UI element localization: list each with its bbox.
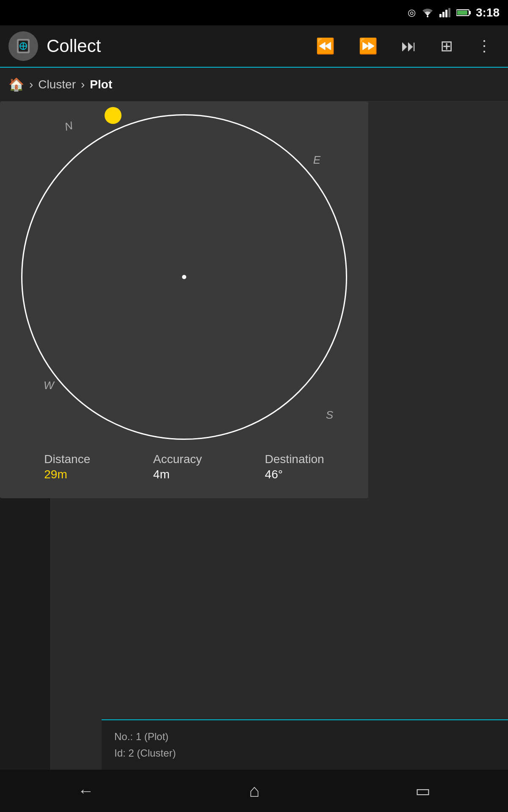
svg-rect-7 [457, 11, 467, 15]
breadcrumb-cluster[interactable]: Cluster [38, 78, 76, 91]
main-content: No. Acc Dat Ima GPS Lan Veg Ow Un Tre GP… [0, 102, 508, 770]
cardinal-e: E [313, 154, 320, 167]
accuracy-label: Accuracy [153, 453, 202, 466]
signal-icon [439, 8, 451, 17]
svg-rect-6 [469, 11, 471, 14]
gps-position-dot [105, 107, 121, 124]
status-bar: ◎ 3:18 [0, 0, 508, 25]
bottom-nav: ← ⌂ ▭ [0, 770, 508, 812]
breadcrumb-sep-2: › [81, 78, 85, 91]
destination-label: Destination [265, 453, 324, 466]
home-button[interactable]: ⌂ [232, 776, 276, 805]
content-area: GPS reading N E S W [51, 102, 508, 770]
svg-rect-1 [439, 14, 442, 17]
skip-forward-button[interactable]: ⏭ [394, 33, 424, 59]
svg-rect-4 [448, 8, 450, 17]
more-button[interactable]: ⋮ [469, 33, 500, 59]
grid-button[interactable]: ⊞ [433, 33, 461, 59]
compass-dialog: N E S W Distance 29m [0, 102, 368, 498]
wifi-icon [421, 8, 434, 17]
bottom-info-bar: No.: 1 (Plot) Id: 2 (Cluster) [102, 719, 508, 770]
cardinal-w: W [44, 379, 54, 392]
accuracy-value: 4m [153, 468, 170, 481]
svg-rect-2 [442, 12, 444, 17]
destination-value: 46° [265, 468, 283, 481]
cluster-info: Id: 2 (Cluster) [114, 745, 495, 761]
destination-stat: Destination 46° [265, 453, 324, 481]
recent-button[interactable]: ▭ [398, 777, 447, 804]
cardinal-n: N [63, 119, 74, 134]
compass-container: N E S W [21, 114, 347, 440]
breadcrumb-sep-1: › [29, 78, 33, 91]
stats-row: Distance 29m Accuracy 4m Destination 46° [13, 453, 356, 481]
svg-point-0 [427, 16, 428, 17]
breadcrumb-plot[interactable]: Plot [90, 78, 112, 91]
status-time: 3:18 [476, 6, 500, 19]
back-button[interactable]: ← [61, 778, 110, 804]
breadcrumb: 🏠 › Cluster › Plot [0, 68, 508, 102]
distance-stat: Distance 29m [44, 453, 90, 481]
accuracy-stat: Accuracy 4m [153, 453, 202, 481]
rewind-button[interactable]: ⏪ [308, 33, 342, 59]
plot-info: No.: 1 (Plot) [114, 729, 495, 745]
cardinal-s: S [326, 409, 333, 422]
fastforward-button[interactable]: ⏩ [351, 33, 385, 59]
home-breadcrumb[interactable]: 🏠 [8, 77, 24, 92]
app-bar: Collect ⏪ ⏩ ⏭ ⊞ ⋮ [0, 25, 508, 68]
battery-icon [456, 9, 471, 16]
svg-rect-3 [445, 10, 447, 17]
location-icon: ◎ [408, 7, 416, 18]
distance-label: Distance [44, 453, 90, 466]
app-logo [8, 31, 38, 61]
compass-center-dot [182, 275, 186, 279]
compass-circle: N E S W [21, 114, 347, 440]
app-title: Collect [47, 36, 300, 56]
distance-value: 29m [44, 468, 67, 481]
bottom-info-text: No.: 1 (Plot) Id: 2 (Cluster) [114, 729, 495, 761]
